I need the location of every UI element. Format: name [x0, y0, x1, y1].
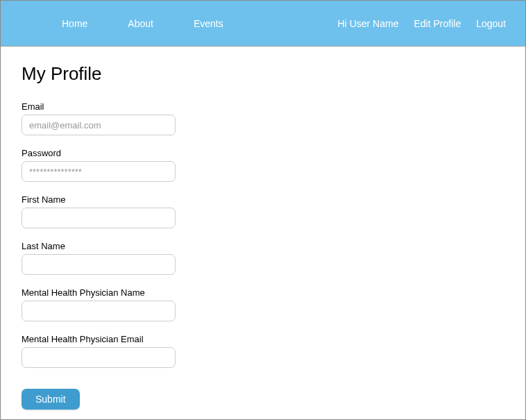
first-name-input[interactable] [22, 208, 176, 228]
physician-name-input[interactable] [22, 301, 176, 321]
nav-greeting: Hi User Name [338, 18, 399, 29]
physician-name-group: Mental Health Physician Name [22, 287, 504, 321]
nav-logout-link[interactable]: Logout [476, 18, 506, 29]
password-label: Password [22, 148, 504, 158]
email-label: Email [22, 101, 504, 112]
physician-name-label: Mental Health Physician Name [22, 287, 504, 298]
nav-edit-profile-link[interactable]: Edit Profile [414, 18, 461, 29]
submit-button[interactable]: Submit [22, 389, 80, 410]
first-name-label: First Name [22, 194, 504, 205]
password-group: Password [22, 148, 504, 182]
content: My Profile Email Password First Name Las… [1, 47, 525, 420]
last-name-group: Last Name [22, 241, 504, 275]
nav-events-link[interactable]: Events [194, 18, 223, 29]
physician-email-group: Mental Health Physician Email [22, 334, 504, 368]
physician-email-label: Mental Health Physician Email [22, 334, 504, 344]
last-name-input[interactable] [22, 254, 176, 275]
navbar: Home About Events Hi User Name Edit Prof… [1, 1, 525, 47]
page-title: My Profile [22, 63, 504, 85]
physician-email-input[interactable] [22, 347, 176, 368]
nav-home-link[interactable]: Home [62, 18, 87, 29]
password-input[interactable] [22, 161, 176, 182]
nav-about-link[interactable]: About [128, 18, 153, 29]
nav-left: Home About Events [62, 18, 223, 29]
email-input[interactable] [22, 115, 176, 135]
first-name-group: First Name [22, 194, 504, 228]
nav-right: Hi User Name Edit Profile Logout [338, 18, 506, 29]
email-group: Email [22, 101, 504, 135]
last-name-label: Last Name [22, 241, 504, 251]
